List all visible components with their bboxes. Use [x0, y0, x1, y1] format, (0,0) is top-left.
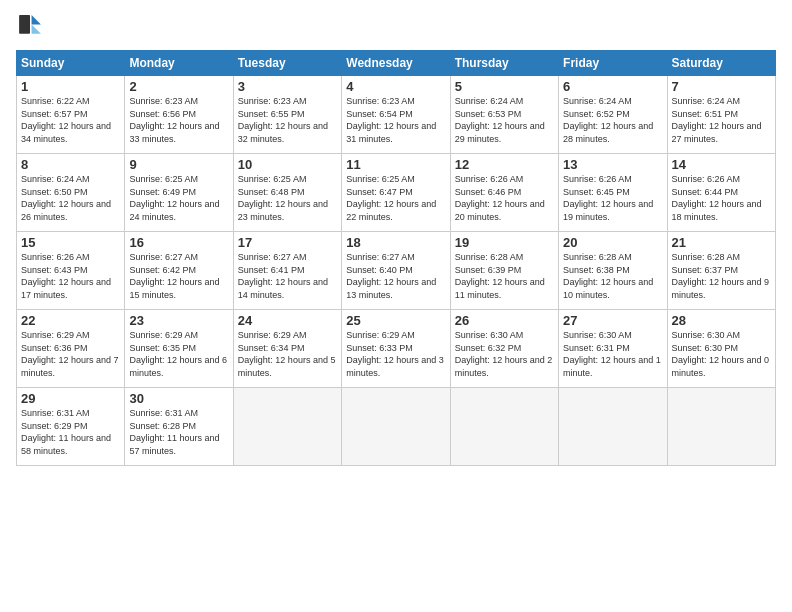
calendar-cell: 29Sunrise: 6:31 AMSunset: 6:29 PMDayligh…	[17, 388, 125, 466]
header-row: SundayMondayTuesdayWednesdayThursdayFrid…	[17, 51, 776, 76]
day-number: 24	[238, 313, 337, 328]
header-cell-saturday: Saturday	[667, 51, 775, 76]
day-number: 14	[672, 157, 771, 172]
calendar-cell: 7Sunrise: 6:24 AMSunset: 6:51 PMDaylight…	[667, 76, 775, 154]
calendar-cell: 17Sunrise: 6:27 AMSunset: 6:41 PMDayligh…	[233, 232, 341, 310]
cell-info: Sunrise: 6:31 AMSunset: 6:28 PMDaylight:…	[129, 407, 228, 457]
cell-info: Sunrise: 6:23 AMSunset: 6:56 PMDaylight:…	[129, 95, 228, 145]
cell-info: Sunrise: 6:26 AMSunset: 6:45 PMDaylight:…	[563, 173, 662, 223]
day-number: 26	[455, 313, 554, 328]
calendar-cell: 16Sunrise: 6:27 AMSunset: 6:42 PMDayligh…	[125, 232, 233, 310]
calendar-cell: 8Sunrise: 6:24 AMSunset: 6:50 PMDaylight…	[17, 154, 125, 232]
calendar-cell	[559, 388, 667, 466]
day-number: 13	[563, 157, 662, 172]
calendar-cell: 22Sunrise: 6:29 AMSunset: 6:36 PMDayligh…	[17, 310, 125, 388]
cell-info: Sunrise: 6:24 AMSunset: 6:53 PMDaylight:…	[455, 95, 554, 145]
day-number: 21	[672, 235, 771, 250]
calendar-cell: 20Sunrise: 6:28 AMSunset: 6:38 PMDayligh…	[559, 232, 667, 310]
svg-marker-0	[32, 15, 41, 24]
logo-icon	[16, 12, 44, 40]
svg-marker-1	[32, 24, 41, 33]
calendar-cell: 28Sunrise: 6:30 AMSunset: 6:30 PMDayligh…	[667, 310, 775, 388]
calendar-cell: 1Sunrise: 6:22 AMSunset: 6:57 PMDaylight…	[17, 76, 125, 154]
calendar-table: SundayMondayTuesdayWednesdayThursdayFrid…	[16, 50, 776, 466]
calendar-cell: 3Sunrise: 6:23 AMSunset: 6:55 PMDaylight…	[233, 76, 341, 154]
day-number: 5	[455, 79, 554, 94]
day-number: 16	[129, 235, 228, 250]
day-number: 7	[672, 79, 771, 94]
cell-info: Sunrise: 6:24 AMSunset: 6:51 PMDaylight:…	[672, 95, 771, 145]
calendar-cell	[342, 388, 450, 466]
cell-info: Sunrise: 6:29 AMSunset: 6:36 PMDaylight:…	[21, 329, 120, 379]
cell-info: Sunrise: 6:28 AMSunset: 6:39 PMDaylight:…	[455, 251, 554, 301]
day-number: 28	[672, 313, 771, 328]
calendar-cell: 15Sunrise: 6:26 AMSunset: 6:43 PMDayligh…	[17, 232, 125, 310]
calendar-cell: 19Sunrise: 6:28 AMSunset: 6:39 PMDayligh…	[450, 232, 558, 310]
calendar-cell: 14Sunrise: 6:26 AMSunset: 6:44 PMDayligh…	[667, 154, 775, 232]
calendar-cell: 25Sunrise: 6:29 AMSunset: 6:33 PMDayligh…	[342, 310, 450, 388]
header	[16, 12, 776, 40]
cell-info: Sunrise: 6:27 AMSunset: 6:40 PMDaylight:…	[346, 251, 445, 301]
day-number: 27	[563, 313, 662, 328]
calendar-cell: 18Sunrise: 6:27 AMSunset: 6:40 PMDayligh…	[342, 232, 450, 310]
cell-info: Sunrise: 6:31 AMSunset: 6:29 PMDaylight:…	[21, 407, 120, 457]
cell-info: Sunrise: 6:28 AMSunset: 6:37 PMDaylight:…	[672, 251, 771, 301]
day-number: 3	[238, 79, 337, 94]
cell-info: Sunrise: 6:27 AMSunset: 6:42 PMDaylight:…	[129, 251, 228, 301]
header-cell-sunday: Sunday	[17, 51, 125, 76]
cell-info: Sunrise: 6:25 AMSunset: 6:49 PMDaylight:…	[129, 173, 228, 223]
calendar-cell: 12Sunrise: 6:26 AMSunset: 6:46 PMDayligh…	[450, 154, 558, 232]
logo	[16, 12, 48, 40]
header-cell-monday: Monday	[125, 51, 233, 76]
calendar-header: SundayMondayTuesdayWednesdayThursdayFrid…	[17, 51, 776, 76]
page-container: SundayMondayTuesdayWednesdayThursdayFrid…	[0, 0, 792, 478]
cell-info: Sunrise: 6:26 AMSunset: 6:44 PMDaylight:…	[672, 173, 771, 223]
week-row-2: 8Sunrise: 6:24 AMSunset: 6:50 PMDaylight…	[17, 154, 776, 232]
svg-rect-2	[19, 15, 30, 34]
week-row-4: 22Sunrise: 6:29 AMSunset: 6:36 PMDayligh…	[17, 310, 776, 388]
cell-info: Sunrise: 6:26 AMSunset: 6:43 PMDaylight:…	[21, 251, 120, 301]
week-row-5: 29Sunrise: 6:31 AMSunset: 6:29 PMDayligh…	[17, 388, 776, 466]
calendar-cell: 23Sunrise: 6:29 AMSunset: 6:35 PMDayligh…	[125, 310, 233, 388]
day-number: 22	[21, 313, 120, 328]
calendar-cell: 21Sunrise: 6:28 AMSunset: 6:37 PMDayligh…	[667, 232, 775, 310]
calendar-cell: 10Sunrise: 6:25 AMSunset: 6:48 PMDayligh…	[233, 154, 341, 232]
calendar-cell	[667, 388, 775, 466]
header-cell-thursday: Thursday	[450, 51, 558, 76]
day-number: 10	[238, 157, 337, 172]
cell-info: Sunrise: 6:26 AMSunset: 6:46 PMDaylight:…	[455, 173, 554, 223]
day-number: 2	[129, 79, 228, 94]
calendar-cell: 30Sunrise: 6:31 AMSunset: 6:28 PMDayligh…	[125, 388, 233, 466]
cell-info: Sunrise: 6:30 AMSunset: 6:32 PMDaylight:…	[455, 329, 554, 379]
day-number: 18	[346, 235, 445, 250]
cell-info: Sunrise: 6:27 AMSunset: 6:41 PMDaylight:…	[238, 251, 337, 301]
day-number: 1	[21, 79, 120, 94]
day-number: 19	[455, 235, 554, 250]
day-number: 6	[563, 79, 662, 94]
header-cell-tuesday: Tuesday	[233, 51, 341, 76]
calendar-cell: 27Sunrise: 6:30 AMSunset: 6:31 PMDayligh…	[559, 310, 667, 388]
calendar-cell: 9Sunrise: 6:25 AMSunset: 6:49 PMDaylight…	[125, 154, 233, 232]
calendar-cell: 2Sunrise: 6:23 AMSunset: 6:56 PMDaylight…	[125, 76, 233, 154]
day-number: 8	[21, 157, 120, 172]
header-cell-wednesday: Wednesday	[342, 51, 450, 76]
cell-info: Sunrise: 6:25 AMSunset: 6:48 PMDaylight:…	[238, 173, 337, 223]
day-number: 4	[346, 79, 445, 94]
day-number: 20	[563, 235, 662, 250]
day-number: 9	[129, 157, 228, 172]
calendar-cell: 26Sunrise: 6:30 AMSunset: 6:32 PMDayligh…	[450, 310, 558, 388]
cell-info: Sunrise: 6:29 AMSunset: 6:33 PMDaylight:…	[346, 329, 445, 379]
cell-info: Sunrise: 6:24 AMSunset: 6:50 PMDaylight:…	[21, 173, 120, 223]
cell-info: Sunrise: 6:30 AMSunset: 6:30 PMDaylight:…	[672, 329, 771, 379]
day-number: 17	[238, 235, 337, 250]
week-row-3: 15Sunrise: 6:26 AMSunset: 6:43 PMDayligh…	[17, 232, 776, 310]
cell-info: Sunrise: 6:22 AMSunset: 6:57 PMDaylight:…	[21, 95, 120, 145]
calendar-cell	[450, 388, 558, 466]
day-number: 15	[21, 235, 120, 250]
day-number: 11	[346, 157, 445, 172]
calendar-body: 1Sunrise: 6:22 AMSunset: 6:57 PMDaylight…	[17, 76, 776, 466]
week-row-1: 1Sunrise: 6:22 AMSunset: 6:57 PMDaylight…	[17, 76, 776, 154]
cell-info: Sunrise: 6:24 AMSunset: 6:52 PMDaylight:…	[563, 95, 662, 145]
cell-info: Sunrise: 6:29 AMSunset: 6:35 PMDaylight:…	[129, 329, 228, 379]
day-number: 29	[21, 391, 120, 406]
